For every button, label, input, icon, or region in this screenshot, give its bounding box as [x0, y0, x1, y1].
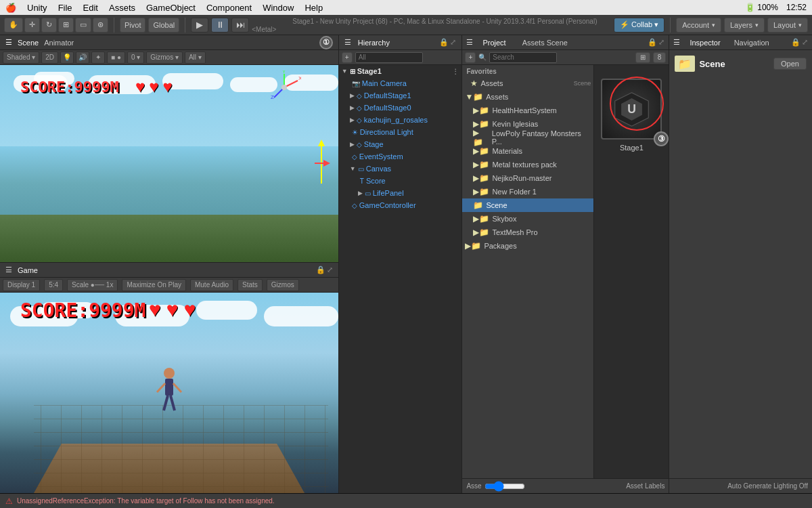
light-toggle[interactable]: 💡 — [60, 51, 74, 64]
hierarchy-search-input[interactable] — [355, 52, 423, 63]
rect-tool[interactable]: ▭ — [75, 18, 91, 33]
navigation-tab[interactable]: Navigation — [730, 39, 773, 47]
2d-toggle[interactable]: 2D — [41, 51, 58, 64]
game-tab-icon[interactable]: ☰ — [5, 266, 12, 274]
game-lock[interactable]: 🔒 — [316, 266, 325, 274]
collab-button[interactable]: ⚡ Collab ▾ — [614, 18, 664, 33]
hierarchy-item-dirlight[interactable]: ☀ Directional Light — [339, 126, 462, 138]
project-dots[interactable]: 8 — [653, 52, 667, 63]
hierarchy-item-gamecontroller[interactable]: ◇ GameContoroller — [339, 199, 462, 211]
project-folder-newfolder[interactable]: ▶📁 New Folder 1 — [462, 185, 593, 198]
scale-ctrl[interactable]: Scale ●── 1x — [67, 279, 118, 291]
project-expand[interactable]: ⤢ — [658, 38, 664, 47]
maximize-btn[interactable]: Maximize On Play — [122, 279, 186, 291]
game-viewport[interactable]: SCORE:9999M ♥ ♥ ♥ — [0, 293, 338, 493]
stage1-asset[interactable]: U ③ — [601, 79, 662, 140]
pivot-button[interactable]: Pivot — [120, 18, 145, 33]
component-menu[interactable]: Component — [206, 3, 252, 13]
favorites-assets-item[interactable]: ★ Assets Scene — [462, 77, 593, 90]
unity-menu[interactable]: Unity — [27, 3, 47, 13]
project-folder-lowpoly[interactable]: ▶📁 LowPoly Fantasy Monsters P... — [462, 131, 593, 144]
project-search-input[interactable] — [489, 52, 557, 63]
project-assets-root[interactable]: ▼📁 Assets — [462, 90, 593, 104]
gameobject-menu[interactable]: GameObject — [146, 3, 196, 13]
combo-tool[interactable]: ⊛ — [93, 18, 108, 33]
scene-viewport[interactable]: SCORE:9999M ♥ ♥ ♥ X Z Y — [0, 65, 338, 262]
ratio-dropdown[interactable]: 5:4 — [44, 279, 63, 291]
move-tool[interactable]: ✛ — [24, 18, 40, 33]
scene-gizmo[interactable]: X Z Y — [267, 70, 301, 104]
hierarchy-item-defaultstage0[interactable]: ▶ ◇ DefaultStage0 — [339, 102, 462, 114]
rotate-tool[interactable]: ↻ — [41, 18, 57, 33]
inspector-expand[interactable]: ⤢ — [802, 38, 808, 47]
all-dropdown[interactable]: All ▾ — [185, 51, 206, 64]
fx-toggle[interactable]: ✦ — [91, 51, 105, 64]
hierarchy-item-stage[interactable]: ▶ ◇ Stage — [339, 138, 462, 150]
play-button[interactable]: ▶ — [191, 18, 208, 33]
project-add-btn[interactable]: + — [465, 52, 476, 63]
layout-dropdown[interactable]: Layout — [767, 18, 808, 33]
hierarchy-item-defaultstage1[interactable]: ▶ ◇ DefaultStage1 — [339, 89, 462, 102]
file-menu[interactable]: File — [58, 3, 72, 13]
account-dropdown[interactable]: Account — [676, 18, 721, 33]
audio-toggle[interactable]: 🔊 — [76, 51, 89, 64]
res-dropdown[interactable]: 0 ▾ — [127, 51, 144, 64]
scene-tab-label[interactable]: Scene — [18, 39, 39, 47]
project-folder-skybox[interactable]: ▶📁 Skybox — [462, 212, 593, 226]
project-title[interactable]: Project — [478, 39, 510, 47]
pause-button[interactable]: ⏸ — [211, 18, 229, 33]
gizmos-dropdown[interactable]: Gizmos ▾ — [146, 51, 183, 64]
display-dropdown[interactable]: Display 1 — [3, 279, 40, 291]
hierarchy-expand[interactable]: ⤢ — [450, 38, 456, 47]
hierarchy-title[interactable]: Hierarchy — [354, 39, 394, 47]
hierarchy-item-canvas[interactable]: ▼ ▭ Canvas — [339, 163, 462, 175]
hierarchy-item-stage1[interactable]: ▼ ⊞ Stage1 ⋮ — [339, 65, 462, 77]
edit-menu[interactable]: Edit — [83, 3, 98, 13]
hierarchy-item-score[interactable]: T Score — [339, 175, 462, 187]
hierarchy-add[interactable]: + — [342, 52, 353, 63]
hierarchy-item-kachujin[interactable]: ▶ ◇ kachujin_g_rosales — [339, 114, 462, 126]
move-gizmo[interactable] — [311, 136, 332, 192]
stage1-icon: ⊞ — [350, 68, 355, 75]
stage1-menu[interactable]: ⋮ — [452, 68, 459, 75]
gizmos-btn[interactable]: Gizmos — [267, 279, 299, 291]
hierarchy-item-maincamera[interactable]: 📷 Main Camera — [339, 77, 462, 89]
project-folder-nejiko[interactable]: ▶📁 NejikoRun-master — [462, 171, 593, 185]
project-folder-textmesh[interactable]: ▶📁 TextMesh Pro — [462, 226, 593, 239]
ds0-label: DefaultStage0 — [364, 104, 411, 112]
game-maximize[interactable]: ⤢ — [327, 266, 333, 274]
mute-btn[interactable]: Mute Audio — [190, 279, 233, 291]
num3-badge: ③ — [654, 131, 669, 146]
help-menu[interactable]: Help — [304, 3, 323, 13]
animator-tab[interactable]: Animator — [44, 39, 74, 47]
apple-menu[interactable]: 🍎 — [5, 3, 16, 13]
project-folder-scene[interactable]: 📁 Scene — [462, 198, 593, 212]
hierarchy-lock[interactable]: 🔒 — [439, 38, 449, 47]
assets-menu[interactable]: Assets — [109, 3, 135, 13]
window-menu[interactable]: Window — [263, 3, 294, 13]
shaded-dropdown[interactable]: Shaded ▾ — [3, 51, 39, 64]
scale-tool[interactable]: ⊞ — [58, 18, 74, 33]
hierarchy-item-eventsystem[interactable]: ◇ EventSystem — [339, 150, 462, 163]
inspector-open-btn[interactable]: Open — [773, 58, 807, 70]
inspector-lock[interactable]: 🔒 — [791, 38, 800, 47]
project-folder-materials[interactable]: ▶📁 Materials — [462, 144, 593, 158]
frame-dropdown[interactable]: ■ ● — [107, 51, 125, 64]
hierarchy-item-lifepanel[interactable]: ▶ ▭ LifePanel — [339, 187, 462, 199]
project-packages[interactable]: ▶📁 Packages — [462, 239, 593, 253]
inspector-title[interactable]: Inspector — [685, 39, 724, 47]
assets-scene-tab[interactable]: Assets Scene — [518, 39, 572, 47]
project-view-btn[interactable]: ⊞ — [635, 52, 650, 63]
layers-dropdown[interactable]: Layers — [724, 18, 765, 33]
project-folder-metal[interactable]: ▶📁 Metal textures pack — [462, 158, 593, 171]
project-lock[interactable]: 🔒 — [648, 38, 657, 47]
stats-btn[interactable]: Stats — [238, 279, 263, 291]
game-tab[interactable]: Game — [18, 266, 38, 274]
project-zoom-slider[interactable] — [484, 482, 525, 490]
hand-tool[interactable]: ✋ — [4, 18, 23, 33]
global-button[interactable]: Global — [148, 18, 179, 33]
step-button[interactable]: ⏭ — [231, 18, 249, 33]
score-label: Score — [366, 177, 386, 185]
project-folder-hhsystem[interactable]: ▶📁 HealthHeartSystem — [462, 104, 593, 117]
scene-tab[interactable]: ☰ — [5, 38, 12, 47]
